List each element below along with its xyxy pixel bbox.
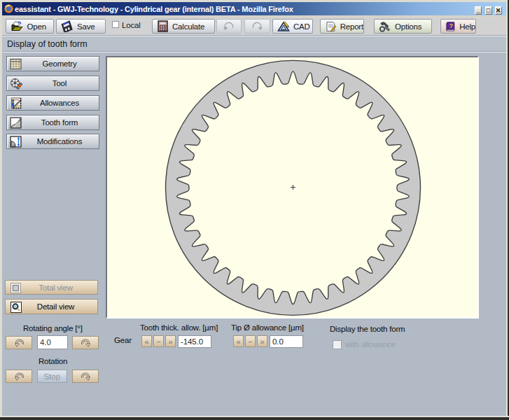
svg-text:?: ? xyxy=(449,22,453,29)
